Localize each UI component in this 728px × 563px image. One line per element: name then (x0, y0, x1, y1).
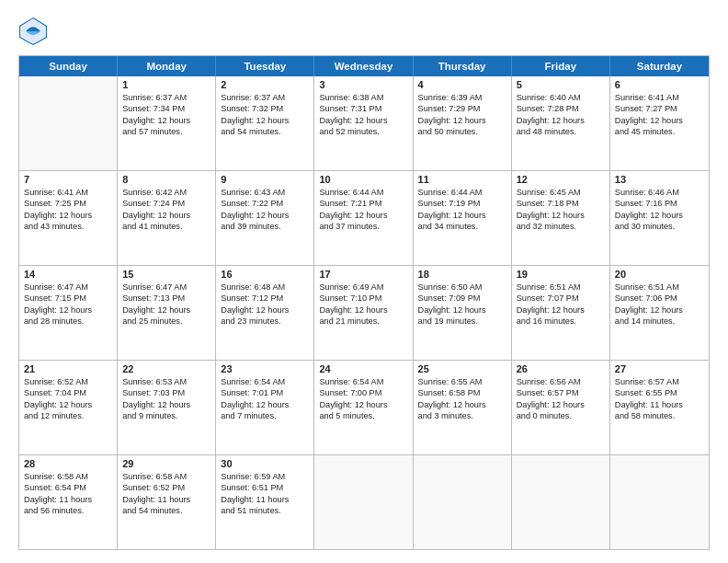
calendar-cell-2-5: 19Sunrise: 6:51 AMSunset: 7:07 PMDayligh… (512, 266, 610, 360)
daylight-text-2: and 56 minutes. (24, 505, 112, 516)
calendar-cell-1-4: 11Sunrise: 6:44 AMSunset: 7:19 PMDayligh… (414, 171, 512, 265)
calendar-cell-2-6: 20Sunrise: 6:51 AMSunset: 7:06 PMDayligh… (610, 266, 709, 360)
day-number: 1 (122, 79, 210, 90)
day-number: 18 (418, 269, 506, 280)
day-number: 12 (517, 174, 605, 185)
calendar-cell-1-5: 12Sunrise: 6:45 AMSunset: 7:18 PMDayligh… (512, 171, 610, 265)
daylight-text-1: Daylight: 12 hours (418, 115, 506, 126)
daylight-text-1: Daylight: 12 hours (615, 304, 704, 316)
calendar-cell-0-1: 1Sunrise: 6:37 AMSunset: 7:34 PMDaylight… (118, 76, 216, 170)
sunrise-text: Sunrise: 6:47 AM (24, 282, 112, 293)
calendar-cell-4-3 (314, 455, 413, 549)
calendar-cell-0-5: 5Sunrise: 6:40 AMSunset: 7:28 PMDaylight… (512, 76, 610, 170)
sunset-text: Sunset: 6:54 PM (24, 482, 112, 493)
sunrise-text: Sunrise: 6:58 AM (24, 471, 112, 482)
sunrise-text: Sunrise: 6:37 AM (122, 92, 210, 103)
day-number: 25 (418, 363, 506, 374)
daylight-text-1: Daylight: 12 hours (517, 210, 605, 221)
calendar: SundayMondayTuesdayWednesdayThursdayFrid… (18, 55, 710, 550)
calendar-cell-1-3: 10Sunrise: 6:44 AMSunset: 7:21 PMDayligh… (314, 171, 413, 265)
sunrise-text: Sunrise: 6:54 AM (221, 376, 309, 387)
daylight-text-1: Daylight: 11 hours (615, 399, 704, 410)
day-number: 10 (319, 174, 407, 185)
sunset-text: Sunset: 7:32 PM (221, 103, 309, 114)
sunrise-text: Sunrise: 6:38 AM (319, 92, 407, 103)
daylight-text-1: Daylight: 12 hours (418, 304, 506, 316)
daylight-text-1: Daylight: 12 hours (517, 399, 605, 410)
weekday-header-friday: Friday (512, 56, 610, 76)
sunset-text: Sunset: 7:13 PM (122, 293, 210, 304)
day-number: 7 (24, 174, 112, 185)
day-number: 29 (122, 458, 210, 469)
daylight-text-2: and 39 minutes. (221, 221, 309, 232)
calendar-cell-2-0: 14Sunrise: 6:47 AMSunset: 7:15 PMDayligh… (19, 266, 118, 360)
sunset-text: Sunset: 7:25 PM (24, 198, 112, 209)
sunrise-text: Sunrise: 6:48 AM (221, 282, 309, 293)
day-number: 21 (24, 363, 112, 374)
daylight-text-2: and 0 minutes. (517, 410, 605, 421)
calendar-cell-2-1: 15Sunrise: 6:47 AMSunset: 7:13 PMDayligh… (118, 266, 216, 360)
sunset-text: Sunset: 6:55 PM (615, 387, 704, 398)
sunrise-text: Sunrise: 6:39 AM (418, 92, 506, 103)
sunset-text: Sunset: 7:28 PM (517, 103, 605, 114)
sunrise-text: Sunrise: 6:56 AM (517, 376, 605, 387)
calendar-cell-3-4: 25Sunrise: 6:55 AMSunset: 6:58 PMDayligh… (414, 361, 512, 454)
weekday-header-wednesday: Wednesday (314, 56, 413, 76)
sunset-text: Sunset: 7:34 PM (122, 103, 210, 114)
daylight-text-1: Daylight: 12 hours (418, 399, 506, 410)
day-number: 3 (319, 79, 407, 90)
daylight-text-2: and 37 minutes. (319, 221, 407, 232)
daylight-text-1: Daylight: 12 hours (24, 304, 112, 316)
day-number: 16 (221, 269, 309, 280)
day-number: 17 (319, 269, 407, 280)
sunrise-text: Sunrise: 6:53 AM (122, 376, 210, 387)
calendar-row-1: 7Sunrise: 6:41 AMSunset: 7:25 PMDaylight… (19, 170, 709, 265)
calendar-cell-2-2: 16Sunrise: 6:48 AMSunset: 7:12 PMDayligh… (216, 266, 314, 360)
daylight-text-1: Daylight: 11 hours (122, 494, 210, 505)
sunset-text: Sunset: 7:04 PM (24, 387, 112, 398)
daylight-text-2: and 45 minutes. (615, 126, 704, 137)
sunset-text: Sunset: 6:58 PM (418, 387, 506, 398)
calendar-cell-1-2: 9Sunrise: 6:43 AMSunset: 7:22 PMDaylight… (216, 171, 314, 265)
sunrise-text: Sunrise: 6:52 AM (24, 376, 112, 387)
sunset-text: Sunset: 7:24 PM (122, 198, 210, 209)
daylight-text-2: and 54 minutes. (221, 126, 309, 137)
sunrise-text: Sunrise: 6:49 AM (319, 282, 407, 293)
daylight-text-2: and 52 minutes. (319, 126, 407, 137)
daylight-text-2: and 12 minutes. (24, 410, 112, 421)
day-number: 15 (122, 269, 210, 280)
sunset-text: Sunset: 7:03 PM (122, 387, 210, 398)
day-number: 22 (122, 363, 210, 374)
daylight-text-2: and 19 minutes. (418, 316, 506, 327)
sunset-text: Sunset: 7:21 PM (319, 198, 407, 209)
daylight-text-1: Daylight: 12 hours (221, 210, 309, 221)
weekday-header-thursday: Thursday (414, 56, 512, 76)
calendar-row-0: 1Sunrise: 6:37 AMSunset: 7:34 PMDaylight… (19, 76, 709, 170)
daylight-text-1: Daylight: 12 hours (615, 210, 704, 221)
sunrise-text: Sunrise: 6:47 AM (122, 282, 210, 293)
day-number: 23 (221, 363, 309, 374)
calendar-cell-0-2: 2Sunrise: 6:37 AMSunset: 7:32 PMDaylight… (216, 76, 314, 170)
daylight-text-2: and 23 minutes. (221, 316, 309, 327)
sunrise-text: Sunrise: 6:42 AM (122, 187, 210, 198)
logo (18, 17, 51, 46)
calendar-body: 1Sunrise: 6:37 AMSunset: 7:34 PMDaylight… (19, 76, 709, 549)
sunrise-text: Sunrise: 6:45 AM (517, 187, 605, 198)
day-number: 24 (319, 363, 407, 374)
sunrise-text: Sunrise: 6:54 AM (319, 376, 407, 387)
logo-icon (18, 17, 48, 46)
sunset-text: Sunset: 6:57 PM (517, 387, 605, 398)
sunrise-text: Sunrise: 6:41 AM (24, 187, 112, 198)
header (18, 17, 710, 46)
sunset-text: Sunset: 7:29 PM (418, 103, 506, 114)
daylight-text-2: and 34 minutes. (418, 221, 506, 232)
calendar-row-3: 21Sunrise: 6:52 AMSunset: 7:04 PMDayligh… (19, 360, 709, 454)
day-number: 27 (615, 363, 704, 374)
sunrise-text: Sunrise: 6:44 AM (319, 187, 407, 198)
daylight-text-1: Daylight: 12 hours (319, 210, 407, 221)
daylight-text-1: Daylight: 12 hours (221, 115, 309, 126)
daylight-text-1: Daylight: 12 hours (319, 304, 407, 316)
weekday-header-tuesday: Tuesday (216, 56, 314, 76)
daylight-text-1: Daylight: 12 hours (221, 304, 309, 316)
calendar-cell-0-3: 3Sunrise: 6:38 AMSunset: 7:31 PMDaylight… (314, 76, 413, 170)
